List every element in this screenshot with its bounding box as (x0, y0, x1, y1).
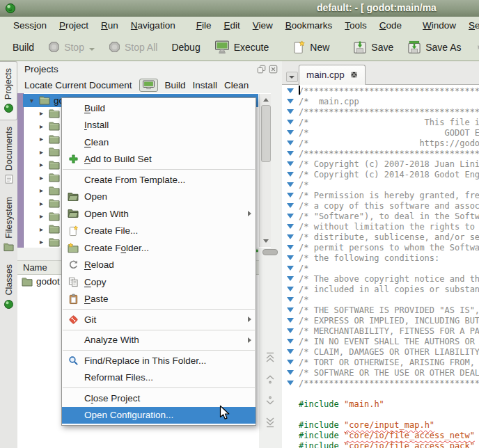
show-targets-button[interactable] (139, 79, 158, 92)
locate-current-document-button[interactable]: Locate Current Document (24, 80, 132, 90)
menu-settings[interactable]: Sett (462, 18, 479, 33)
panel-build-button[interactable]: Build (165, 80, 186, 90)
fold-marker-icon[interactable] (282, 245, 299, 250)
menu-code[interactable]: Code (373, 18, 408, 33)
sidebar-tab-projects[interactable]: Projects (0, 61, 17, 120)
tree-expander-icon[interactable]: ▸ (40, 174, 49, 182)
fold-marker-icon[interactable] (282, 349, 299, 354)
fold-marker-icon[interactable] (282, 381, 299, 385)
ctx-add-to-build-set[interactable]: Add to Build Set (62, 151, 256, 168)
tree-expander-icon[interactable]: ▸ (40, 225, 49, 233)
ctx-create-file[interactable]: Create File... (62, 223, 256, 240)
panel-clean-button[interactable]: Clean (224, 80, 249, 90)
fold-marker-icon[interactable] (282, 99, 299, 104)
scrollbar-thumb[interactable] (261, 105, 271, 162)
fold-marker-icon[interactable] (282, 161, 299, 166)
ctx-reload[interactable]: Reload (62, 257, 256, 274)
panel-install-button[interactable]: Install (193, 80, 217, 90)
scroll-down-arrow[interactable] (261, 237, 270, 246)
fold-marker-icon[interactable] (282, 360, 299, 365)
fold-marker-icon[interactable] (282, 287, 299, 291)
fold-marker-icon[interactable] (282, 318, 299, 323)
code-line: /* "Software"), to deal in the Softw (282, 211, 479, 221)
tree-expander-icon[interactable]: ▸ (40, 135, 49, 143)
fold-marker-icon[interactable] (282, 339, 299, 344)
fold-marker-icon[interactable] (282, 328, 299, 333)
ctx-open[interactable]: Open (62, 189, 256, 206)
fold-marker-icon[interactable] (282, 276, 299, 281)
fold-marker-icon[interactable] (282, 182, 299, 187)
execute-button[interactable]: Execute (209, 37, 275, 58)
fold-marker-icon[interactable] (282, 151, 299, 156)
menu-file[interactable]: File (190, 18, 218, 33)
debug-button[interactable]: Debug (166, 38, 205, 56)
ctx-clean[interactable]: Clean (62, 134, 256, 151)
fold-marker-icon[interactable] (282, 120, 299, 125)
menu-navigation[interactable]: Navigation (125, 18, 182, 33)
ctx-analyze-with[interactable]: Analyze With (62, 332, 256, 349)
fold-marker-icon[interactable] (282, 88, 299, 93)
ctx-create-folder[interactable]: Create Folder... (62, 239, 256, 257)
fold-marker-icon[interactable] (282, 297, 299, 302)
tree-scrollbar[interactable] (259, 94, 271, 247)
fold-marker-icon[interactable] (282, 370, 299, 375)
tree-expander-icon[interactable]: ▸ (40, 200, 49, 207)
save-as-button[interactable]: Save As (402, 37, 466, 58)
ctx-create-from-template[interactable]: Create From Template... (62, 171, 256, 189)
menu-view[interactable]: View (246, 18, 279, 33)
ctx-build[interactable]: Build (62, 99, 256, 117)
scroll-up-arrow[interactable] (261, 95, 270, 104)
menu-edit[interactable]: Edit (217, 18, 246, 33)
tree-expander-icon[interactable]: ▸ (40, 148, 49, 156)
menu-session[interactable]: Session (7, 18, 53, 33)
fold-marker-icon[interactable] (282, 203, 299, 208)
move-down-button (262, 392, 278, 409)
code-view[interactable]: /***************************************… (282, 85, 479, 448)
ctx-git[interactable]: Git (62, 311, 256, 328)
ctx-install[interactable]: Install (62, 117, 256, 134)
tab-close-icon[interactable] (350, 71, 358, 79)
save-button[interactable]: Save (347, 37, 399, 58)
fold-marker-icon[interactable] (282, 214, 299, 218)
fold-marker-icon[interactable] (282, 255, 299, 260)
tree-expander-icon[interactable]: ▸ (40, 161, 49, 168)
document-list-dropdown-icon[interactable] (286, 72, 298, 82)
ctx-close-project[interactable]: Close Project (62, 390, 256, 407)
fold-marker-icon[interactable] (282, 307, 299, 312)
fold-marker-icon[interactable] (282, 172, 299, 177)
sidebar-tab-filesystem[interactable]: Filesystem (0, 191, 17, 258)
fold-marker-icon[interactable] (282, 234, 299, 239)
build-button[interactable]: Build (7, 38, 40, 56)
fold-marker-icon[interactable] (282, 224, 299, 229)
fold-marker-icon[interactable] (282, 109, 299, 114)
ctx-paste[interactable]: Paste (62, 291, 256, 308)
sidebar-tab-documents[interactable]: Documents (0, 120, 17, 191)
menu-run[interactable]: Run (95, 18, 125, 33)
menu-bookmarks[interactable]: Bookmarks (279, 18, 339, 33)
tree-expander-icon[interactable]: ▸ (40, 238, 49, 246)
fold-marker-icon[interactable] (282, 141, 299, 145)
filesystem-tab-icon (3, 242, 14, 252)
menu-tools[interactable]: Tools (338, 18, 373, 33)
ctx-reformat-files[interactable]: Reformat Files... (62, 369, 256, 387)
tree-expander-icon[interactable]: ▸ (40, 186, 49, 194)
ctx-copy[interactable]: Copy (62, 273, 256, 291)
folder-icon (49, 147, 60, 157)
float-panel-button[interactable] (257, 65, 266, 74)
fold-marker-icon[interactable] (282, 193, 299, 198)
fold-marker-icon[interactable] (282, 266, 299, 271)
new-button[interactable]: New (287, 37, 335, 58)
tree-expander-icon[interactable]: ▸ (40, 212, 49, 220)
sidebar-tab-classes[interactable]: Classes (0, 258, 17, 315)
tree-expander-icon[interactable]: ▾ (30, 97, 39, 104)
fold-marker-icon[interactable] (282, 130, 299, 135)
ctx-find-replace[interactable]: Find/Replace in This Folder... (62, 352, 256, 369)
close-panel-button[interactable] (269, 65, 278, 74)
splitter-grip[interactable] (262, 249, 278, 255)
menu-window[interactable]: Window (416, 18, 462, 33)
tab-main-cpp[interactable]: main.cpp (299, 65, 366, 85)
ctx-open-with[interactable]: Open With (62, 205, 256, 223)
menu-project[interactable]: Project (53, 18, 95, 33)
tree-expander-icon[interactable]: ▸ (40, 109, 49, 117)
tree-expander-icon[interactable]: ▸ (40, 122, 49, 130)
